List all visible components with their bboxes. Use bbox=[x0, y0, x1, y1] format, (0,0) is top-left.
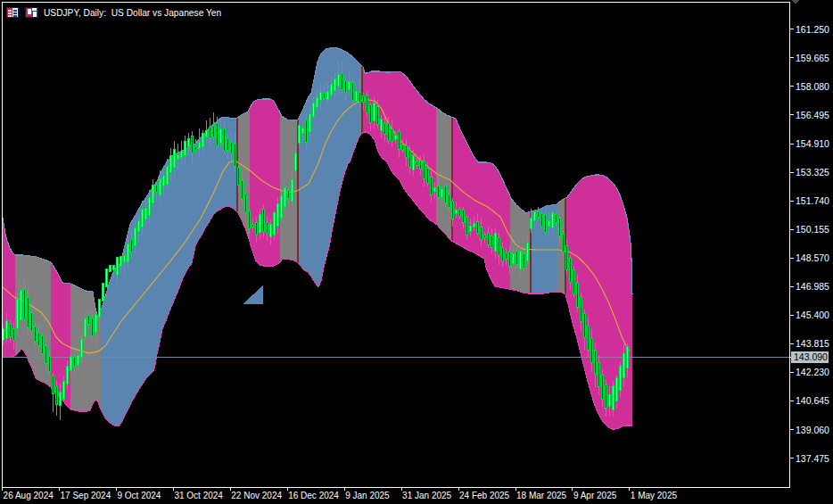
svg-text:22 Nov 2024: 22 Nov 2024 bbox=[231, 491, 282, 500]
svg-text:158.080: 158.080 bbox=[796, 81, 829, 92]
svg-text:26 Aug 2024: 26 Aug 2024 bbox=[4, 491, 54, 500]
svg-text:145.400: 145.400 bbox=[796, 310, 829, 320]
svg-text:143.815: 143.815 bbox=[796, 338, 829, 349]
svg-text:USDJPY, Daily: US Dollar vs J: USDJPY, Daily: US Dollar vs Japanese Yen bbox=[44, 8, 221, 18]
svg-text:156.495: 156.495 bbox=[796, 110, 829, 120]
svg-text:140.645: 140.645 bbox=[796, 395, 829, 406]
svg-text:137.475: 137.475 bbox=[796, 453, 829, 464]
svg-text:24 Feb 2025: 24 Feb 2025 bbox=[459, 491, 510, 500]
svg-text:151.740: 151.740 bbox=[796, 195, 829, 206]
svg-text:18 Mar 2025: 18 Mar 2025 bbox=[516, 491, 567, 500]
svg-text:31 Jan 2025: 31 Jan 2025 bbox=[402, 491, 451, 500]
svg-text:159.665: 159.665 bbox=[796, 53, 829, 63]
svg-text:153.325: 153.325 bbox=[796, 167, 829, 178]
svg-text:16 Dec 2024: 16 Dec 2024 bbox=[288, 491, 339, 500]
svg-text:31 Oct 2024: 31 Oct 2024 bbox=[174, 491, 223, 500]
svg-text:143.090: 143.090 bbox=[794, 351, 828, 362]
svg-text:148.570: 148.570 bbox=[796, 252, 829, 263]
svg-text:9 Jan 2025: 9 Jan 2025 bbox=[345, 491, 390, 500]
svg-text:139.060: 139.060 bbox=[796, 425, 829, 435]
svg-text:154.910: 154.910 bbox=[796, 138, 829, 149]
svg-text:9 Oct 2024: 9 Oct 2024 bbox=[118, 491, 161, 500]
svg-text:150.155: 150.155 bbox=[796, 224, 829, 235]
svg-text:142.230: 142.230 bbox=[796, 367, 829, 377]
svg-text:9 Apr 2025: 9 Apr 2025 bbox=[573, 491, 617, 500]
svg-text:1 May 2025: 1 May 2025 bbox=[631, 491, 678, 500]
svg-text:17 Sep 2024: 17 Sep 2024 bbox=[61, 491, 111, 500]
svg-text:161.250: 161.250 bbox=[796, 24, 829, 35]
svg-text:146.985: 146.985 bbox=[796, 281, 829, 292]
